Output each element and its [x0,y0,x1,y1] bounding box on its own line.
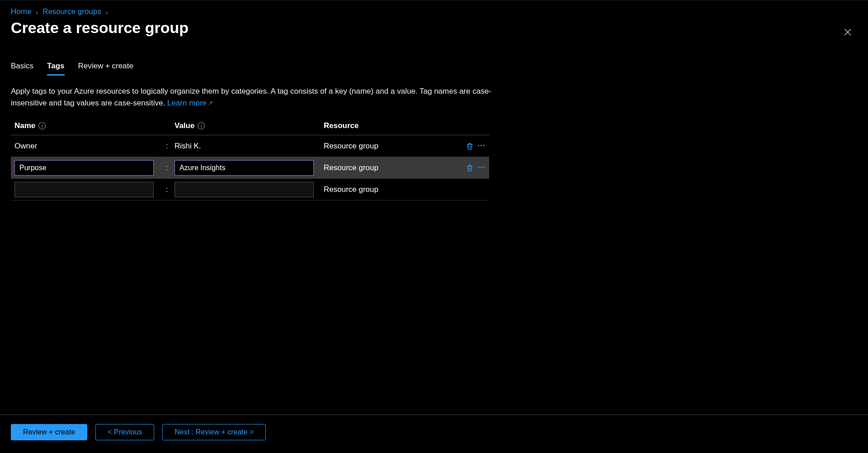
tag-resource-text: Resource group [324,163,378,172]
info-icon[interactable]: i [38,122,46,129]
close-icon[interactable] [841,25,854,41]
info-icon[interactable]: i [198,122,205,129]
delete-icon[interactable] [466,141,474,151]
chevron-right-icon: › [106,8,108,16]
col-header-value: Value [175,121,194,130]
tab-description: Apply tags to your Azure resources to lo… [11,86,508,109]
tag-name-input[interactable] [14,160,154,176]
tags-table: Name i Value i Resource Owner : Rishi K.… [11,121,489,200]
table-row: : Resource group ··· [11,157,489,179]
learn-more-text: Learn more [167,99,207,107]
more-icon[interactable]: ··· [476,141,486,151]
more-icon[interactable]: ··· [476,163,486,172]
delete-icon[interactable] [466,163,474,172]
tag-value-input[interactable] [175,160,314,176]
breadcrumb-resource-groups[interactable]: Resource groups [42,7,101,16]
tab-basics[interactable]: Basics [11,62,33,76]
page-title: Create a resource group [11,19,189,37]
table-row: : Resource group [11,179,489,200]
tab-tags[interactable]: Tags [47,62,64,76]
tag-name-input[interactable] [14,182,154,197]
tabs: Basics Tags Review + create [11,62,857,76]
tag-resource-text: Resource group [324,185,378,194]
tab-review-create[interactable]: Review + create [78,62,133,76]
review-create-button[interactable]: Review + create [11,424,87,440]
tag-value-input[interactable] [175,182,314,197]
external-link-icon: ↗ [208,99,213,108]
footer-actions: Review + create < Previous Next : Review… [0,415,868,453]
description-text: Apply tags to your Azure resources to lo… [11,87,491,107]
chevron-right-icon: › [36,8,38,16]
breadcrumb: Home › Resource groups › [11,0,857,20]
col-header-name: Name [14,121,35,130]
tag-name-text: Owner [14,142,37,151]
next-button[interactable]: Next : Review + create > [162,424,266,440]
tag-value-text: Rishi K. [175,142,201,151]
table-row: Owner : Rishi K. Resource group ··· [11,135,489,157]
breadcrumb-home[interactable]: Home [11,7,31,16]
tag-resource-text: Resource group [324,142,378,150]
previous-button[interactable]: < Previous [95,424,154,440]
learn-more-link[interactable]: Learn more↗ [167,99,213,107]
col-header-resource: Resource [324,121,359,130]
